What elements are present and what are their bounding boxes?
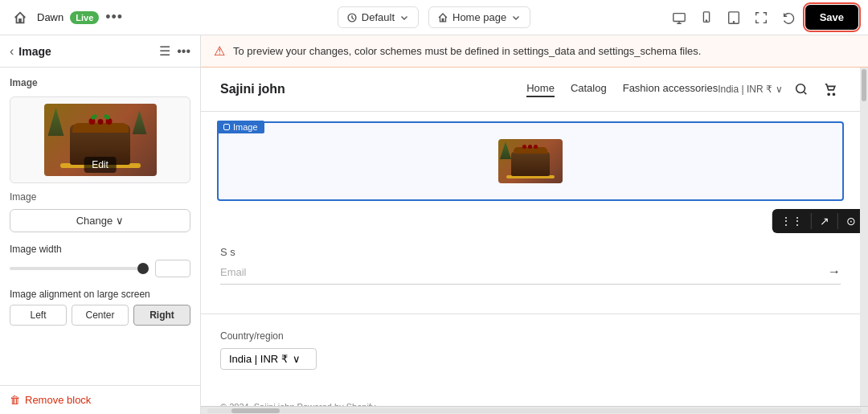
fullscreen-button[interactable] xyxy=(751,7,772,28)
undo-button[interactable] xyxy=(778,7,799,28)
desktop-view-button[interactable] xyxy=(669,7,690,28)
nav-right: India | INR ₹ ∨ xyxy=(718,79,841,100)
topbar-left: Dawn Live ••• xyxy=(10,7,330,28)
topbar-center: Default Home page xyxy=(338,6,530,28)
toolbar-move-button[interactable]: ⋮⋮ xyxy=(772,209,811,233)
trash-icon: 🗑 xyxy=(10,394,20,406)
image-alignment-label: Image alignment on large screen xyxy=(10,289,190,300)
cart-icon-button[interactable] xyxy=(820,79,841,100)
save-button[interactable]: Save xyxy=(805,5,858,30)
image-toolbar: ⋮⋮ ↗ ⊙ ✎ 🗑 xyxy=(772,209,860,233)
country-select[interactable]: India | INR ₹ ∨ xyxy=(220,348,317,370)
sidebar-title: Image xyxy=(18,45,154,58)
newsletter-section: S s Email → xyxy=(201,233,860,297)
align-left-button[interactable]: Left xyxy=(10,305,67,326)
section-label: Image xyxy=(10,77,190,88)
bottom-scrollbar[interactable] xyxy=(201,406,868,414)
svg-point-7 xyxy=(828,93,829,95)
sidebar-content: Image xyxy=(0,68,200,385)
image-width-slider[interactable] xyxy=(10,267,149,270)
sidebar-header: ‹ Image ☰ ••• xyxy=(0,35,200,68)
email-placeholder: Email xyxy=(220,266,247,278)
alert-bar: ⚠ To preview your changes, color schemes… xyxy=(201,35,868,68)
image-section-wrapper[interactable]: Image xyxy=(217,121,844,201)
preview-area: ⚠ To preview your changes, color schemes… xyxy=(201,35,868,414)
main-layout: ‹ Image ☰ ••• Image xyxy=(0,35,868,414)
change-image-button[interactable]: Change ∨ xyxy=(10,209,190,232)
preview-inner[interactable]: Sajini john Home Catalog Fashion accesso… xyxy=(201,68,860,406)
alert-message: To preview your changes, color schemes m… xyxy=(233,45,701,57)
store-name: Sajini john xyxy=(220,82,526,96)
topbar: Dawn Live ••• Default Home page xyxy=(0,0,868,35)
toolbar-settings-button[interactable]: ⊙ xyxy=(838,209,860,233)
live-badge: Live xyxy=(70,11,99,24)
newsletter-text: S s xyxy=(220,246,841,258)
mobile-view-button[interactable] xyxy=(696,7,717,28)
email-row: Email → xyxy=(220,264,841,285)
remove-block-button[interactable]: 🗑 Remove block xyxy=(0,385,200,414)
scrollbar-thumb xyxy=(862,69,866,101)
nav-fashion[interactable]: Fashion accessories xyxy=(623,82,719,97)
align-center-button[interactable]: Center xyxy=(72,305,129,326)
svg-point-5 xyxy=(733,21,734,22)
svg-point-6 xyxy=(796,84,805,93)
scrollbar-track xyxy=(207,408,862,413)
region-selector[interactable]: India | INR ₹ ∨ xyxy=(718,84,783,95)
align-right-button[interactable]: Right xyxy=(133,305,190,326)
image-width-value[interactable]: 100 xyxy=(155,260,190,277)
image-width-label: Image width xyxy=(10,244,190,255)
svg-rect-1 xyxy=(673,13,684,21)
theme-name: Dawn xyxy=(37,11,63,23)
image-section-box[interactable] xyxy=(217,121,844,201)
homepage-dropdown[interactable]: Home page xyxy=(428,6,530,28)
image-label: Image xyxy=(10,191,190,203)
image-width-group: Image width 100 xyxy=(10,244,190,277)
more-options-button[interactable]: ••• xyxy=(105,9,123,26)
store-nav: Sajini john Home Catalog Fashion accesso… xyxy=(201,68,860,112)
sidebar: ‹ Image ☰ ••• Image xyxy=(0,35,201,414)
alignment-buttons: Left Center Right xyxy=(10,305,190,326)
svg-point-8 xyxy=(833,93,834,95)
footer-section: Country/region India | INR ₹ ∨ © 2024, S… xyxy=(201,314,860,406)
sidebar-back-button[interactable]: ‹ xyxy=(10,44,14,59)
arrow-icon: → xyxy=(828,264,841,279)
default-dropdown[interactable]: Default xyxy=(338,6,419,28)
back-home-button[interactable] xyxy=(10,7,31,28)
image-section-tag: Image xyxy=(217,121,264,133)
svg-point-3 xyxy=(706,19,706,20)
topbar-right: Save xyxy=(538,5,858,30)
image-alignment-group: Image alignment on large screen Left Cen… xyxy=(10,289,190,326)
preview-scrollbar[interactable] xyxy=(860,68,868,406)
toolbar-link-button[interactable]: ↗ xyxy=(812,209,837,233)
country-region-label: Country/region xyxy=(220,330,841,342)
edit-image-button[interactable]: Edit xyxy=(84,157,117,173)
slider-row: 100 xyxy=(10,260,190,277)
sidebar-header-icons: ☰ ••• xyxy=(159,43,190,59)
sidebar-menu-icon[interactable]: ☰ xyxy=(159,43,170,59)
nav-links: Home Catalog Fashion accessories xyxy=(526,82,718,97)
sidebar-more-icon[interactable]: ••• xyxy=(177,43,190,59)
h-scrollbar-thumb xyxy=(231,408,280,413)
nav-home[interactable]: Home xyxy=(526,82,555,97)
search-icon-button[interactable] xyxy=(791,79,812,100)
preview-frame: Sajini john Home Catalog Fashion accesso… xyxy=(201,68,868,406)
nav-catalog[interactable]: Catalog xyxy=(571,82,607,97)
tablet-view-button[interactable] xyxy=(723,7,744,28)
alert-icon: ⚠ xyxy=(214,43,225,59)
image-preview-box: Edit xyxy=(10,96,190,183)
